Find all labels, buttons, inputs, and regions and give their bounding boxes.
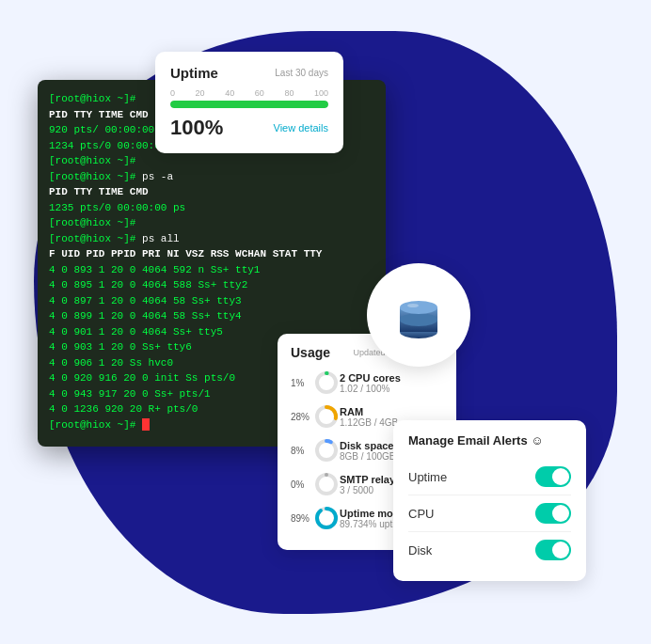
svg-point-3 bbox=[400, 301, 437, 314]
uptime-bottom: 100% View details bbox=[170, 116, 328, 140]
svg-point-5 bbox=[317, 373, 336, 392]
smtp-donut bbox=[313, 471, 340, 497]
disk-value: 8GB / 100GB bbox=[340, 451, 395, 462]
uptime-monitor-percent: 89% bbox=[291, 513, 313, 524]
terminal-line: [root@hiox ~]# bbox=[49, 153, 374, 169]
terminal-line: F UID PID PPID PRI NI VSZ RSS WCHAN STAT… bbox=[49, 246, 374, 262]
cpu-toggle[interactable] bbox=[535, 503, 571, 524]
ram-label: RAM bbox=[340, 406, 398, 417]
svg-point-2 bbox=[400, 313, 437, 326]
smtp-info: SMTP relays 3 / 5000 bbox=[340, 474, 401, 495]
cpu-label: 2 CPU cores bbox=[340, 372, 401, 384]
uptime-card-header: Uptime Last 30 days bbox=[170, 65, 328, 81]
svg-point-11 bbox=[317, 475, 336, 494]
terminal-line: 4 0 893 1 20 0 4064 592 n Ss+ tty1 bbox=[49, 262, 374, 278]
terminal-line: [root@hiox ~]# ps -a bbox=[49, 169, 374, 185]
disk-label: Disk space bbox=[340, 440, 395, 451]
uptime-toggle[interactable] bbox=[535, 466, 571, 487]
terminal-line: 4 0 895 1 20 0 4064 588 Ss+ tty2 bbox=[49, 277, 374, 293]
cpu-donut bbox=[313, 369, 340, 396]
usage-item-cpu: 1% 2 CPU cores 1.02 / 100% bbox=[291, 369, 443, 396]
alert-cpu-label: CPU bbox=[408, 507, 434, 521]
smtp-value: 3 / 5000 bbox=[340, 485, 401, 495]
smtp-label: SMTP relays bbox=[340, 474, 401, 485]
smtp-percent: 0% bbox=[291, 479, 313, 490]
ram-donut bbox=[313, 403, 340, 430]
cpu-percent: 1% bbox=[291, 378, 313, 388]
usage-card-title: Usage bbox=[291, 345, 330, 360]
ram-info: RAM 1.12GB / 4GB bbox=[340, 406, 398, 428]
terminal-line: PID TTY TIME CMD bbox=[49, 184, 374, 200]
progress-bar-fill bbox=[170, 101, 328, 108]
terminal-line: 4 0 899 1 20 0 4064 58 Ss+ tty4 bbox=[49, 308, 374, 324]
view-details-link[interactable]: View details bbox=[274, 122, 329, 134]
alert-row-uptime: Uptime bbox=[408, 459, 571, 495]
disk-info: Disk space 8GB / 100GB bbox=[340, 440, 395, 462]
email-alerts-card: Manage Email Alerts ☺ Uptime CPU Disk bbox=[393, 420, 586, 581]
disk-percent: 8% bbox=[291, 446, 313, 456]
terminal-line: 1235 pts/0 00:00:00 ps bbox=[49, 200, 374, 216]
progress-labels: 0 20 40 60 80 100 bbox=[170, 88, 328, 98]
alert-disk-label: Disk bbox=[408, 543, 432, 558]
database-icon-card bbox=[367, 263, 470, 367]
svg-point-4 bbox=[407, 304, 419, 307]
uptime-monitor-donut bbox=[313, 505, 340, 531]
cpu-info: 2 CPU cores 1.02 / 100% bbox=[340, 372, 401, 394]
alert-row-disk: Disk bbox=[408, 532, 571, 568]
svg-point-9 bbox=[317, 441, 336, 460]
disk-toggle[interactable] bbox=[535, 540, 571, 560]
ram-value: 1.12GB / 4GB bbox=[340, 417, 398, 428]
alert-row-cpu: CPU bbox=[408, 495, 571, 532]
database-icon bbox=[390, 287, 447, 343]
terminal-line: 4 0 897 1 20 0 4064 58 Ss+ tty3 bbox=[49, 293, 374, 309]
cpu-value: 1.02 / 100% bbox=[340, 384, 401, 394]
terminal-line: [root@hiox ~]# ps all bbox=[49, 231, 374, 247]
disk-donut bbox=[313, 437, 340, 463]
progress-bar-track bbox=[170, 101, 328, 108]
ram-percent: 28% bbox=[291, 412, 313, 422]
uptime-card-title: Uptime bbox=[170, 65, 218, 81]
email-alerts-title: Manage Email Alerts ☺ bbox=[408, 433, 571, 448]
alert-uptime-label: Uptime bbox=[408, 470, 447, 484]
uptime-card: Uptime Last 30 days 0 20 40 60 80 100 10… bbox=[155, 52, 343, 153]
uptime-percent-value: 100% bbox=[170, 116, 223, 140]
svg-point-14 bbox=[317, 509, 336, 527]
uptime-card-subtitle: Last 30 days bbox=[275, 68, 328, 78]
terminal-line: [root@hiox ~]# bbox=[49, 215, 374, 231]
